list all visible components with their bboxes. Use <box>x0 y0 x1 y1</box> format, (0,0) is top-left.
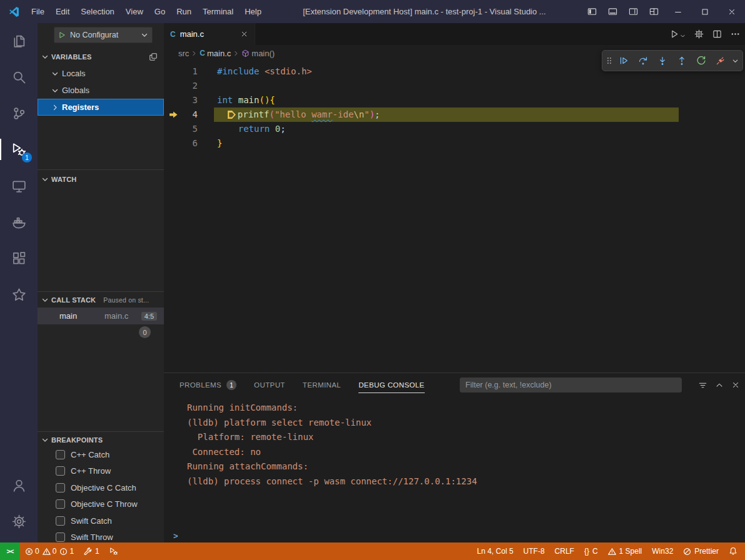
encoding[interactable]: UTF-8 <box>519 542 550 560</box>
console-input-row[interactable]: > <box>164 529 745 542</box>
call-stack-section-header[interactable]: CALL STACK Paused on st... <box>38 292 164 308</box>
accounts-icon[interactable] <box>0 470 38 500</box>
variables-item-locals[interactable]: Locals <box>38 65 164 82</box>
menu-go[interactable]: Go <box>149 0 171 23</box>
debug-config-dropdown[interactable]: No Configurat <box>54 27 153 43</box>
chevron-down-icon[interactable] <box>732 58 739 64</box>
end-of-line[interactable]: CRLF <box>550 542 579 560</box>
search-icon[interactable] <box>0 62 38 92</box>
debug-toolbar[interactable] <box>602 50 743 71</box>
breakpoint-swift-throw[interactable]: Swift Throw <box>38 529 164 542</box>
breakpoint-checkbox[interactable] <box>56 466 65 476</box>
language-mode[interactable]: {} C <box>579 542 603 560</box>
drag-handle-icon[interactable] <box>606 56 612 66</box>
spell-checker-status[interactable]: 1 Spell <box>603 542 647 560</box>
favorites-star-icon[interactable] <box>0 279 38 309</box>
settings-gear-icon[interactable] <box>0 506 38 536</box>
tab-problems[interactable]: PROBLEMS 1 <box>180 373 236 397</box>
docker-icon[interactable] <box>0 207 38 237</box>
tab-main-c[interactable]: C main.c <box>164 23 255 45</box>
breadcrumb-symbol[interactable]: main() <box>251 49 275 58</box>
menu-run[interactable]: Run <box>171 0 197 23</box>
more-actions-icon[interactable] <box>731 29 740 39</box>
line-number-1[interactable]: 1 <box>164 64 198 79</box>
code-area[interactable]: 1 #include <stdio.h> 2 3 int main(){ 4 p… <box>164 61 745 372</box>
breadcrumb-folder[interactable]: src <box>178 49 189 58</box>
breakpoint-checkbox[interactable] <box>56 483 65 492</box>
settings-gear-icon[interactable] <box>694 29 704 39</box>
split-editor-icon[interactable] <box>712 29 722 39</box>
breakpoint-checkbox[interactable] <box>56 516 65 526</box>
variables-item-registers[interactable]: Registers <box>38 99 164 116</box>
code-line-2[interactable]: 2 <box>164 79 745 93</box>
maximize-panel-icon[interactable] <box>715 381 724 389</box>
console-repl-input[interactable] <box>183 531 745 541</box>
code-line-6[interactable]: 6 } <box>164 136 745 151</box>
menu-file[interactable]: File <box>26 0 50 23</box>
line-number-5[interactable]: 5 <box>164 122 198 136</box>
code-line-5[interactable]: 5 return 0; <box>164 122 745 136</box>
breakpoint-swift-catch[interactable]: Swift Catch <box>38 512 164 529</box>
source-control-icon[interactable] <box>0 98 38 128</box>
menu-help[interactable]: Help <box>239 0 267 23</box>
tab-debug-console[interactable]: DEBUG CONSOLE <box>358 373 425 397</box>
run-and-debug-icon[interactable]: 1 <box>0 134 38 164</box>
step-into-icon[interactable] <box>654 52 671 69</box>
minimize-button[interactable] <box>664 0 691 23</box>
problems-status[interactable]: 0 0 1 <box>20 542 79 560</box>
menu-selection[interactable]: Selection <box>75 0 119 23</box>
toggle-secondary-sidebar-icon[interactable] <box>623 0 644 23</box>
disconnect-icon[interactable] <box>712 52 729 69</box>
tab-output[interactable]: OUTPUT <box>254 373 285 397</box>
tab-terminal[interactable]: TERMINAL <box>303 373 341 397</box>
close-button[interactable] <box>718 0 745 23</box>
step-out-icon[interactable] <box>674 52 690 69</box>
breakpoint-cpp-throw[interactable]: C++ Throw <box>38 462 164 479</box>
line-number-6[interactable]: 6 <box>164 136 198 151</box>
variables-item-globals[interactable]: Globals <box>38 82 164 99</box>
remote-indicator[interactable]: >< <box>0 542 20 560</box>
notifications-bell-icon[interactable] <box>724 542 742 560</box>
restart-icon[interactable] <box>693 52 709 69</box>
breakpoint-checkbox[interactable] <box>56 450 65 459</box>
toggle-panel-icon[interactable] <box>602 0 623 23</box>
line-number-4[interactable]: 4 <box>164 108 198 122</box>
code-line-3[interactable]: 3 int main(){ <box>164 93 745 108</box>
step-over-icon[interactable] <box>635 52 651 69</box>
close-panel-icon[interactable] <box>731 381 740 389</box>
variables-section-header[interactable]: VARIABLES <box>38 49 164 65</box>
extensions-icon[interactable] <box>0 243 38 273</box>
breakpoint-checkbox[interactable] <box>56 499 65 509</box>
maximize-button[interactable] <box>691 0 718 23</box>
console-filter-input[interactable] <box>460 378 682 392</box>
debug-start-icon[interactable] <box>58 31 66 39</box>
call-stack-frame-row[interactable]: main main.c 4:5 <box>38 308 164 324</box>
breakpoint-cpp-catch[interactable]: C++ Catch <box>38 446 164 462</box>
breakpoint-checkbox[interactable] <box>56 532 65 542</box>
continue-icon[interactable] <box>616 52 632 69</box>
remote-explorer-icon[interactable] <box>0 171 38 201</box>
toggle-sidebar-icon[interactable] <box>582 0 602 23</box>
menu-edit[interactable]: Edit <box>50 0 75 23</box>
inline-breakpoint-icon[interactable] <box>228 111 236 119</box>
code-line-4[interactable]: 4 printf("hello wamr-ide\n"); <box>164 108 745 122</box>
formatter-status[interactable]: Prettier <box>678 542 724 560</box>
close-tab-icon[interactable] <box>240 30 248 38</box>
breadcrumb-file[interactable]: main.c <box>207 49 231 58</box>
run-or-debug-icon[interactable] <box>670 29 686 39</box>
running-tasks-status[interactable]: 1 <box>79 542 104 560</box>
breakpoint-objc-catch[interactable]: Objective C Catch <box>38 479 164 496</box>
explorer-icon[interactable] <box>0 26 38 56</box>
menu-terminal[interactable]: Terminal <box>197 0 239 23</box>
platform-target[interactable]: Win32 <box>647 542 678 560</box>
customize-layout-icon[interactable] <box>644 0 664 23</box>
copy-icon[interactable] <box>149 52 158 61</box>
line-number-3[interactable]: 3 <box>164 93 198 108</box>
breakpoint-objc-throw[interactable]: Objective C Throw <box>38 496 164 512</box>
menu-view[interactable]: View <box>120 0 149 23</box>
cursor-position[interactable]: Ln 4, Col 5 <box>472 542 519 560</box>
watch-section-header[interactable]: WATCH <box>38 171 164 188</box>
debug-status-icon[interactable] <box>104 542 123 560</box>
filter-icon[interactable] <box>698 381 707 390</box>
line-number-2[interactable]: 2 <box>164 79 198 93</box>
